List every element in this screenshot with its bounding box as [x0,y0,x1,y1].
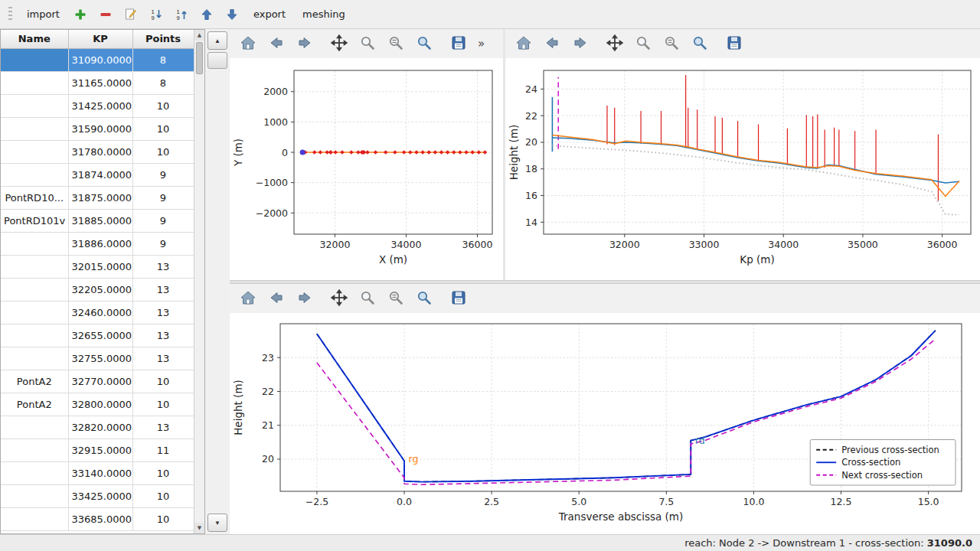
cell-points[interactable]: 13 [132,324,194,347]
cell-name[interactable]: PontRD10... [1,186,68,209]
cell-name[interactable] [1,347,68,370]
cell-kp[interactable]: 31780.0000 [68,140,132,163]
back-button[interactable] [264,287,289,310]
cell-name[interactable] [1,301,68,324]
move-up-button[interactable] [195,3,219,26]
cell-kp[interactable]: 32205.0000 [68,278,132,301]
customize-button[interactable] [688,32,712,55]
cell-points[interactable]: 9 [132,163,194,186]
cell-name[interactable]: PontA2 [1,370,68,393]
sort-ascending-button[interactable]: 19 [145,3,168,26]
forward-button[interactable] [292,32,317,55]
cell-points[interactable]: 13 [132,301,194,324]
home-button[interactable] [236,287,260,310]
cell-kp[interactable]: 33425.0000 [68,484,132,507]
table-row[interactable]: 33140.000010 [1,461,194,484]
cell-name[interactable] [1,507,68,530]
table-scrollbar-down-arrow[interactable]: ▼ [194,523,204,533]
cell-kp[interactable]: 32915.0000 [68,439,132,461]
cell-points[interactable]: 8 [132,71,194,94]
cell-kp[interactable]: 31874.0000 [68,163,132,186]
table-row[interactable]: PontA232770.000010 [1,370,194,393]
plan-view-plot[interactable]: 320003400036000−2000−1000010002000X (m)Y… [230,58,503,280]
table-scrollbar-thumb[interactable] [196,42,203,74]
pan-button[interactable] [327,287,351,310]
cell-points[interactable]: 10 [132,140,194,163]
save-button[interactable] [446,32,471,55]
cell-points[interactable]: 13 [132,347,194,370]
table-scrollbar[interactable]: ▲ ▼ [194,30,204,533]
table-row[interactable]: 33685.000010 [1,507,194,530]
panel-scroll-down-button[interactable]: ▼ [207,514,227,532]
cell-kp[interactable]: 32800.0000 [68,393,132,416]
panel-scroll-thumb[interactable] [207,52,227,69]
cell-points[interactable]: 10 [132,484,194,507]
cell-name[interactable] [1,140,68,163]
cell-kp[interactable]: 31090.0000 [68,48,132,71]
cell-name[interactable]: PontRD101v [1,209,68,232]
cell-kp[interactable]: 31875.0000 [68,186,132,209]
cell-kp[interactable]: 32820.0000 [68,416,132,439]
table-row[interactable]: 31090.00008 [1,48,194,71]
save-button[interactable] [722,32,746,55]
column-header-name[interactable]: Name [1,30,68,48]
subplots-button[interactable] [384,32,408,55]
cell-points[interactable]: 10 [132,507,194,530]
table-row[interactable]: 32205.000013 [1,278,194,301]
cell-name[interactable] [1,416,68,439]
subplots-button[interactable] [384,287,408,310]
cell-name[interactable] [1,461,68,484]
table-row[interactable]: 32915.000011 [1,439,194,461]
menu-meshing[interactable]: meshing [295,5,353,23]
subplots-button[interactable] [659,32,684,55]
cell-name[interactable] [1,232,68,255]
cell-points[interactable]: 11 [132,439,194,461]
customize-button[interactable] [412,287,436,310]
sort-descending-button[interactable]: 19 [170,3,194,26]
table-row[interactable]: 31165.00008 [1,71,194,94]
table-row[interactable]: 31425.000010 [1,94,194,117]
table-row[interactable]: 32755.000013 [1,347,194,370]
add-button[interactable] [69,3,93,26]
cell-name[interactable] [1,278,68,301]
table-row[interactable]: 33425.000010 [1,484,194,507]
table-row[interactable]: 31780.000010 [1,140,194,163]
cell-kp[interactable]: 31165.0000 [68,71,132,94]
table-row[interactable]: 32015.000013 [1,255,194,278]
table-row[interactable]: 31886.00009 [1,232,194,255]
cell-name[interactable] [1,324,68,347]
cell-name[interactable]: PontA2 [1,393,68,416]
zoom-button[interactable] [355,32,380,55]
table-row[interactable]: PontA232800.000010 [1,393,194,416]
cell-kp[interactable]: 31885.0000 [68,209,132,232]
cell-points[interactable]: 9 [132,186,194,209]
table-scrollbar-track[interactable] [194,41,204,523]
cell-points[interactable]: 10 [132,370,194,393]
table-row[interactable]: 31874.00009 [1,163,194,186]
cell-name[interactable] [1,71,68,94]
cell-kp[interactable]: 32015.0000 [68,255,132,278]
column-header-kp[interactable]: KP [68,30,132,48]
cell-kp[interactable]: 31425.0000 [68,94,132,117]
menu-export[interactable]: export [246,5,293,23]
table-row[interactable]: 32460.000013 [1,301,194,324]
forward-button[interactable] [568,32,593,55]
forward-button[interactable] [292,287,317,310]
cell-points[interactable]: 10 [132,461,194,484]
zoom-button[interactable] [631,32,655,55]
cell-name[interactable] [1,484,68,507]
cell-name[interactable] [1,94,68,117]
move-down-button[interactable] [220,3,244,26]
cross-section-plot[interactable]: −2.50.02.55.07.510.012.515.020212223Tran… [230,313,980,534]
table-row[interactable]: PontRD101v31885.00009 [1,209,194,232]
cell-points[interactable]: 9 [132,232,194,255]
cell-kp[interactable]: 33685.0000 [68,507,132,530]
cell-name[interactable] [1,117,68,140]
longitudinal-profile-plot[interactable]: 3200033000340003500036000141618202224Kp … [505,58,980,280]
pan-button[interactable] [603,32,627,55]
back-button[interactable] [540,32,564,55]
cell-points[interactable]: 8 [132,48,194,71]
cell-name[interactable] [1,48,68,71]
cell-kp[interactable]: 32755.0000 [68,347,132,370]
column-header-points[interactable]: Points [132,30,194,48]
